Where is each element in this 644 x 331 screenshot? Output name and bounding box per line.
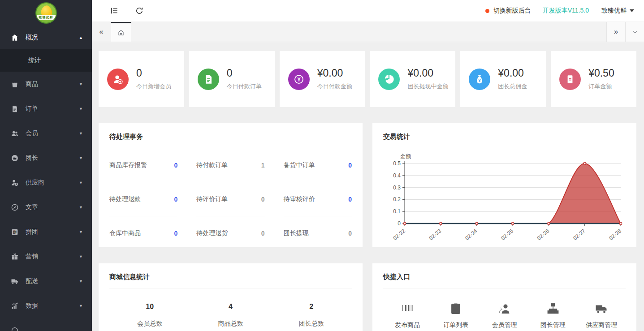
- tabbar-spacer: [131, 22, 606, 42]
- pending-count[interactable]: 0: [261, 230, 265, 237]
- sidebar-item-members[interactable]: 会员 ▼: [0, 121, 92, 146]
- shop-stat-leaders: 2 团长总数: [271, 303, 352, 328]
- quick-entry-grid: 发布商品 订单列表 会员管理: [383, 301, 626, 329]
- topbar: 切换新版后台 开发版本V11.5.0 致臻优鲜: [92, 0, 644, 22]
- chevron-down-icon: ▼: [79, 82, 83, 86]
- supplier-icon: [11, 179, 19, 187]
- delivery-truck-icon: [11, 277, 19, 285]
- sidebar-item-label: 营销: [26, 253, 79, 261]
- sidebar-item-more[interactable]: [0, 318, 92, 331]
- stat-label: 团长提现中金额: [407, 82, 448, 90]
- chevron-down-icon: ▼: [79, 131, 83, 136]
- svg-text:02-26: 02-26: [536, 228, 551, 241]
- pending-count[interactable]: 0: [348, 196, 352, 203]
- pending-count[interactable]: 0: [174, 230, 178, 237]
- svg-text:02-24: 02-24: [464, 228, 479, 241]
- sidebar-collapse-icon[interactable]: [110, 6, 119, 15]
- panel-title: 快捷入口: [383, 270, 626, 288]
- account-menu[interactable]: 致臻优鲜: [601, 7, 634, 15]
- stat-value: ¥0.00: [498, 68, 527, 79]
- pending-count[interactable]: 0: [174, 162, 178, 169]
- refresh-icon[interactable]: [135, 6, 144, 15]
- sidebar-item-supplier[interactable]: 供应商 ▼: [0, 170, 92, 195]
- pending-count[interactable]: 1: [261, 162, 265, 169]
- stat-card-order-amount[interactable]: ¥0.50 订单金额: [551, 51, 636, 107]
- stat-value: ¥0.50: [588, 68, 614, 79]
- sidebar-item-label: 概况: [26, 34, 79, 42]
- sidebar-item-statistics[interactable]: 统计: [0, 49, 92, 72]
- pending-item[interactable]: 团长提现0: [284, 216, 352, 247]
- pending-item[interactable]: 仓库中商品0: [109, 216, 177, 247]
- sidebar-item-marketing[interactable]: 营销 ▼: [0, 244, 92, 269]
- sidebar-item-data[interactable]: 数据 ▼: [0, 293, 92, 318]
- sidebar-item-delivery[interactable]: 配送 ▼: [0, 269, 92, 293]
- svg-text:金额: 金额: [400, 153, 411, 159]
- pending-count[interactable]: 0: [348, 230, 352, 237]
- tabs-scroll-right-icon[interactable]: »: [606, 22, 625, 42]
- pending-item[interactable]: 商品库存报警0: [109, 148, 177, 182]
- svg-text:0.2: 0.2: [393, 196, 401, 202]
- quick-member-manage[interactable]: 会员管理: [480, 301, 528, 329]
- sidebar-item-groupbuy[interactable]: 拼 拼团 ▼: [0, 219, 92, 244]
- stat-card-commission[interactable]: ¥ ¥0.00 团长总佣金: [460, 51, 546, 107]
- pending-item[interactable]: 待审核评价0: [284, 182, 352, 216]
- order-file-icon: [11, 105, 19, 113]
- tabbar: « »: [92, 22, 644, 42]
- stat-card-paid-orders[interactable]: 0 今日付款订单: [189, 51, 275, 107]
- pending-item[interactable]: 待评价订单0: [196, 182, 264, 216]
- yen-circle-icon: ¥: [288, 69, 310, 90]
- panel-title: 交易统计: [383, 130, 626, 148]
- sidebar-subitem-label: 统计: [28, 56, 41, 64]
- file-text-icon: [198, 69, 219, 90]
- stat-value: 0: [227, 68, 262, 79]
- svg-text:0.5: 0.5: [393, 160, 401, 167]
- chevron-down-icon: ▼: [79, 230, 83, 234]
- version-link[interactable]: 开发版本V11.5.0: [543, 7, 589, 15]
- svg-text:02-23: 02-23: [428, 228, 443, 241]
- home-outline-icon: [117, 29, 125, 36]
- chevron-down-icon: ▼: [79, 156, 83, 160]
- stat-card-new-members[interactable]: 0 今日新增会员: [99, 51, 184, 107]
- sidebar-item-orders[interactable]: 订单 ▼: [0, 96, 92, 121]
- sidebar-item-label: 配送: [26, 277, 79, 285]
- stat-card-withdrawing[interactable]: ¥0.00 团长提现中金额: [370, 51, 455, 107]
- pending-grid: 商品库存报警0 待付款订单1 备货中订单0 待处理退款0 待评价订单0 待审核评…: [109, 148, 352, 247]
- gear-icon: [11, 327, 19, 331]
- tabs-menu-icon[interactable]: [625, 22, 644, 42]
- shop-stat-goods: 4 商品总数: [190, 303, 271, 328]
- switch-new-admin-link[interactable]: 切换新版后台: [485, 7, 531, 15]
- svg-text:02-25: 02-25: [500, 228, 514, 241]
- panels-row-2: 商城信息统计 10 会员总数 4 商品总数 2 团长总数: [99, 263, 636, 331]
- panel-title: 商城信息统计: [109, 270, 352, 288]
- tabs-scroll-left-icon[interactable]: «: [92, 22, 111, 42]
- member-manage-icon: [480, 301, 528, 315]
- quick-leader-manage[interactable]: 团长管理: [529, 301, 577, 329]
- tab-home[interactable]: [111, 22, 131, 42]
- pending-item[interactable]: 备货中订单0: [284, 148, 352, 182]
- pending-item[interactable]: 待付款订单1: [196, 148, 264, 182]
- svg-text:02-27: 02-27: [572, 228, 587, 241]
- brand-logo[interactable]: 致臻优鲜: [0, 0, 92, 26]
- pending-item[interactable]: 待处理退货0: [196, 216, 264, 247]
- chevron-down-icon: ▼: [79, 205, 83, 210]
- stat-value: ¥0.00: [317, 68, 352, 79]
- sidebar-item-goods[interactable]: 商品 ▼: [0, 72, 92, 96]
- sidebar-item-articles[interactable]: 文章 ▼: [0, 195, 92, 219]
- quick-publish-goods[interactable]: 发布商品: [383, 301, 432, 329]
- quick-order-list[interactable]: 订单列表: [432, 301, 480, 329]
- pending-count[interactable]: 0: [174, 196, 178, 203]
- pending-count[interactable]: 0: [348, 162, 352, 169]
- pending-item[interactable]: 待处理退款0: [109, 182, 177, 216]
- chevron-down-icon: ▼: [79, 304, 83, 308]
- stat-label: 订单金额: [588, 82, 614, 90]
- sidebar-item-overview[interactable]: 概况 ▲: [0, 26, 92, 49]
- orange-dot-icon: [485, 9, 489, 13]
- quick-entry-panel: 快捷入口 发布商品 订单列表: [372, 263, 636, 331]
- quick-supplier-manage[interactable]: 供应商管理: [577, 301, 626, 329]
- user-plus-icon: [107, 69, 129, 90]
- svg-text:02-22: 02-22: [392, 228, 406, 241]
- sidebar-item-leader[interactable]: 团长 ▼: [0, 146, 92, 170]
- pending-count[interactable]: 0: [261, 196, 265, 203]
- sidebar-item-label: 拼团: [26, 228, 79, 236]
- stat-card-paid-amount[interactable]: ¥ ¥0.00 今日付款金额: [280, 51, 365, 107]
